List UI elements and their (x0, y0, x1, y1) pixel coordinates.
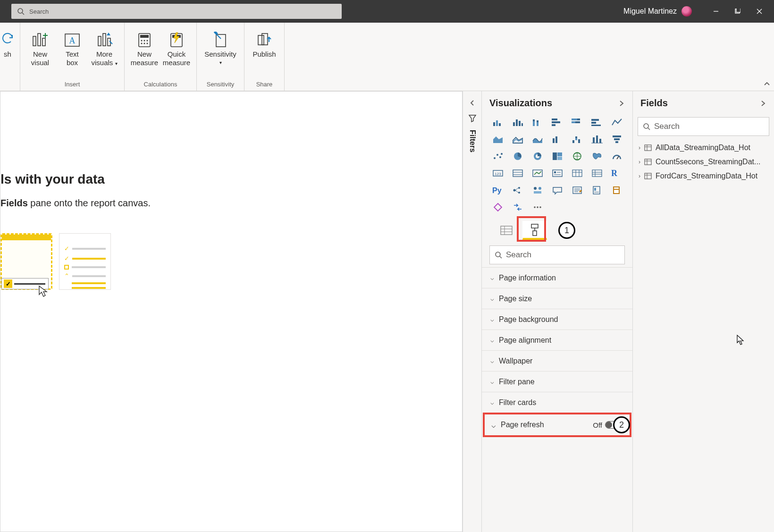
viz-type-14[interactable] (489, 149, 506, 163)
svg-rect-59 (578, 139, 580, 143)
format-section-page-alignment[interactable]: ⌵Page alignment (482, 329, 632, 350)
viz-type-7[interactable] (489, 132, 506, 146)
viz-type-34[interactable] (608, 183, 625, 197)
viz-type-13[interactable] (608, 132, 625, 146)
viz-type-36[interactable] (509, 200, 526, 214)
svg-line-130 (648, 128, 650, 130)
viz-type-3[interactable] (549, 115, 566, 129)
viz-type-27[interactable]: R (608, 166, 625, 180)
viz-type-15[interactable] (509, 149, 526, 163)
viz-type-4[interactable] (569, 115, 586, 129)
svg-rect-43 (537, 120, 538, 122)
viz-type-10[interactable] (549, 132, 566, 146)
chevron-down-icon: ▾ (115, 61, 118, 66)
format-search-input[interactable]: Search (489, 245, 625, 264)
viz-type-17[interactable] (549, 149, 566, 163)
viz-type-35[interactable] (489, 200, 506, 214)
viz-type-8[interactable] (509, 132, 526, 146)
svg-point-68 (496, 154, 498, 156)
svg-rect-74 (553, 152, 557, 160)
format-section-page-size[interactable]: ⌵Page size (482, 288, 632, 309)
viz-type-5[interactable] (589, 115, 606, 129)
format-section-page-refresh[interactable]: ⌵ Page refresh Off (485, 414, 630, 435)
svg-point-21 (144, 40, 145, 42)
svg-point-100 (518, 187, 520, 189)
svg-rect-56 (572, 140, 574, 143)
canvas-illustration: ✓ ✓ ✓ ⌃ (0, 233, 111, 290)
svg-point-127 (496, 252, 500, 257)
fields-search-input[interactable]: Search (638, 117, 769, 136)
ribbon-new-visual-button[interactable]: Newvisual (25, 27, 55, 79)
ribbon-refresh-button[interactable]: sh (0, 27, 15, 79)
filters-pane-collapsed[interactable]: Filters (463, 91, 481, 532)
viz-type-21[interactable]: 123 (489, 166, 506, 180)
viz-type-37[interactable] (529, 200, 546, 214)
window-minimize-button[interactable] (705, 2, 727, 21)
viz-type-20[interactable] (608, 149, 625, 163)
viz-type-23[interactable] (529, 166, 546, 180)
viz-type-11[interactable] (569, 132, 586, 146)
window-maximize-button[interactable] (727, 2, 749, 21)
svg-rect-60 (593, 137, 595, 143)
cursor-icon (736, 334, 746, 346)
format-section-filter-cards[interactable]: ⌵Filter cards (482, 392, 632, 413)
ribbon-publish-button[interactable]: Publish (249, 27, 279, 79)
viz-type-2[interactable] (529, 115, 546, 129)
report-canvas[interactable]: ls with your data Fields pane onto the r… (0, 91, 463, 532)
ribbon-more-visuals-button[interactable]: More visuals ▾ (89, 27, 119, 79)
viz-type-28[interactable]: Py (489, 183, 506, 197)
svg-rect-28 (216, 34, 226, 47)
chevron-down-icon: ⌵ (490, 378, 494, 385)
svg-rect-62 (599, 139, 601, 143)
fields-title: Fields (640, 98, 668, 109)
viz-type-26[interactable] (589, 166, 606, 180)
viz-type-25[interactable] (569, 166, 586, 180)
field-table[interactable]: ›FordCars_StreamingData_Hot (633, 169, 774, 183)
callout-highlight-format (517, 216, 546, 242)
chevron-left-icon (469, 100, 476, 106)
viz-type-9[interactable] (529, 132, 546, 146)
svg-rect-44 (552, 118, 557, 120)
chevron-down-icon: ⌵ (490, 337, 494, 344)
global-search-input[interactable]: Search (11, 4, 342, 19)
table-icon (644, 144, 652, 151)
fields-tab[interactable] (494, 221, 519, 240)
ribbon-new-measure-button[interactable]: Newmeasure (129, 27, 160, 79)
chevron-right-icon[interactable] (618, 100, 625, 107)
field-table[interactable]: ›Count5secons_StreamingDat... (633, 155, 774, 169)
svg-point-119 (539, 206, 541, 208)
viz-type-32[interactable] (569, 183, 586, 197)
svg-rect-40 (533, 121, 535, 126)
viz-type-19[interactable] (589, 149, 606, 163)
viz-type-33[interactable] (589, 183, 606, 197)
svg-rect-51 (591, 119, 599, 121)
viz-type-18[interactable] (569, 149, 586, 163)
format-section-filter-pane[interactable]: ⌵Filter pane (482, 371, 632, 392)
viz-type-12[interactable] (589, 132, 606, 146)
format-section-wallpaper[interactable]: ⌵Wallpaper (482, 350, 632, 371)
viz-type-30[interactable] (529, 183, 546, 197)
viz-type-1[interactable] (509, 115, 526, 129)
workspace: ls with your data Fields pane onto the r… (0, 91, 774, 532)
svg-rect-131 (645, 145, 651, 151)
svg-line-1 (22, 13, 24, 15)
viz-type-6[interactable] (608, 115, 625, 129)
field-table[interactable]: ›AllData_StreamingData_Hot (633, 141, 774, 155)
ribbon-quick-measure-button[interactable]: Quickmeasure (161, 27, 192, 79)
viz-type-16[interactable] (529, 149, 546, 163)
viz-type-0[interactable] (489, 115, 506, 129)
viz-type-29[interactable] (509, 183, 526, 197)
format-section-page-information[interactable]: ⌵Page information (482, 267, 632, 288)
window-close-button[interactable] (749, 2, 770, 21)
ribbon-text-box-button[interactable]: A Textbox (57, 27, 87, 79)
ribbon-sensitivity-button[interactable]: Sensitivity ▾ (202, 27, 239, 79)
format-section-page-background[interactable]: ⌵Page background (482, 309, 632, 329)
search-icon (17, 8, 25, 15)
ribbon-collapse-button[interactable] (764, 81, 770, 89)
viz-type-31[interactable] (549, 183, 566, 197)
svg-point-118 (537, 206, 538, 208)
viz-type-22[interactable] (509, 166, 526, 180)
avatar[interactable] (681, 6, 692, 17)
chevron-right-icon[interactable] (760, 100, 766, 107)
viz-type-24[interactable] (549, 166, 566, 180)
